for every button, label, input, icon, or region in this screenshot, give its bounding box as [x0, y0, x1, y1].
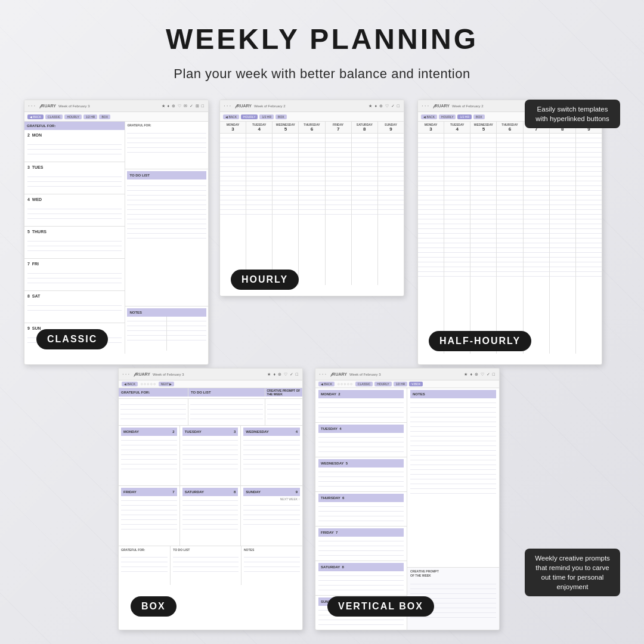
classic-nav-btn-5[interactable]: BOX: [99, 114, 110, 119]
box-creative-content: [265, 399, 302, 425]
classic-week-label: Week of February 3: [58, 104, 90, 108]
classic-notes-header: NOTES: [127, 308, 206, 317]
box-grateful-content: [119, 399, 188, 425]
vbox-day-sat: SATURDAY 8: [315, 561, 407, 596]
vbox-day-fri: FRIDAY 7: [315, 527, 407, 561]
classic-day-wed: 4 WED: [24, 194, 125, 227]
classic-grateful-label: GRATEFUL FOR:: [127, 123, 206, 127]
half-hourly-col-tue: TUESDAY4: [444, 122, 470, 133]
box-todo-header: TO DO LIST: [188, 388, 265, 397]
classic-body: GRATEFUL FOR: 2 MON 3 TUES 4 WED: [24, 122, 208, 354]
classic-dots: ···: [28, 103, 36, 109]
classic-grateful-header: GRATEFUL FOR:: [24, 122, 125, 130]
half-hourly-badge: HALF-HOURLY: [429, 331, 531, 351]
box-top-row: MONDAY 2 TUESDAY 3 WEDNESDAY 4: [119, 426, 302, 486]
vbox-app-label: 𝒻RUARY: [331, 372, 347, 377]
hourly-col-sun: SUNDAY9: [378, 122, 404, 133]
hourly-day-headers: MONDAY3 TUESDAY4 WEDNESDAY5 THURSDAY6 FR…: [220, 122, 404, 134]
box-app-label: 𝒻RUARY: [134, 372, 150, 377]
box-bottom-row: FRIDAY 7 SATURDAY 8 SUNDAY 9 NEXT WEEK ↑: [119, 486, 302, 546]
hourly-nav-btn-1[interactable]: ◀ BACK: [223, 114, 239, 119]
hourly-toolbar: ★ ♦ ⊕ ♡ ✓ □: [369, 104, 400, 109]
box-card: ··· 𝒻RUARY Week of February 3 ★ ♦ ⊕ ♡ ✓ …: [118, 368, 303, 630]
vbox-creative-label: CREATIVE PROMPTOF THE WEEK: [410, 569, 496, 578]
half-hourly-dots: ···: [422, 103, 430, 109]
vbox-dots: ···: [319, 371, 327, 377]
hourly-col-sat: SATURDAY8: [352, 122, 378, 133]
hourly-col-wed: WEDNESDAY5: [273, 122, 299, 133]
box-footer: GRATEFUL FOR: TO DO LIST NOTES: [119, 546, 302, 585]
classic-notes: NOTES: [125, 306, 208, 354]
box-day-tue: TUESDAY 3: [180, 426, 242, 485]
page-wrapper: WEEKLY PLANNING Plan your week with bett…: [0, 0, 644, 644]
hourly-nav-btn-2[interactable]: HOURLY: [241, 114, 258, 119]
box-nav-fwd[interactable]: NEXT ▶: [159, 382, 175, 386]
classic-header-bar: ··· 𝒻RUARY Week of February 3 ★ ♦ ⊕ ♡ ✉ …: [24, 100, 208, 112]
classic-card: ··· 𝒻RUARY Week of February 3 ★ ♦ ⊕ ♡ ✉ …: [24, 100, 209, 365]
half-hourly-col-wed: WEDNESDAY5: [470, 122, 497, 133]
vbox-nav-4[interactable]: V.BOX: [409, 382, 423, 386]
classic-nav-btn-3[interactable]: HOURLY: [64, 114, 81, 119]
box-footer-grateful: GRATEFUL FOR:: [119, 546, 171, 585]
vbox-nav-3[interactable]: 1/2 HR: [394, 382, 408, 386]
vbox-week-label: Week of February 3: [349, 373, 381, 376]
half-hourly-grid: [418, 134, 602, 354]
vbox-nav: ◀ BACK ○ ○ ○ ○ ○ CLASSIC HOURLY 1/2 HR V…: [315, 380, 499, 388]
vbox-day-thu: THURSDAY 6: [315, 492, 407, 527]
hourly-dots: ···: [224, 103, 232, 109]
half-hourly-nav-btn-2[interactable]: HOURLY: [439, 114, 456, 119]
box-toolbar: ★ ♦ ⊕ ♡ ✓ □: [267, 372, 299, 377]
vbox-day-tue: TUESDAY 4: [315, 423, 407, 457]
hourly-grid: [220, 134, 404, 285]
box-header-bar: ··· 𝒻RUARY Week of February 3 ★ ♦ ⊕ ♡ ✓ …: [119, 369, 302, 380]
classic-todo: TO DO LIST: [125, 169, 208, 306]
classic-day-fri: 7 FRI: [24, 259, 125, 291]
vbox-notes: NOTES: [407, 388, 499, 568]
hourly-col-fri: FRIDAY7: [326, 122, 352, 133]
half-hourly-nav-btn-1[interactable]: ◀ BACK: [421, 114, 437, 119]
vertical-box-badge: VERTICAL BOX: [327, 596, 434, 617]
half-hourly-col-mon: MONDAY3: [418, 122, 444, 133]
box-dots: ···: [122, 371, 131, 377]
box-day-sun: SUNDAY 9 NEXT WEEK ↑: [241, 486, 302, 546]
box-nav: ◀ BACK ○ ○ ○ ○ ○ NEXT ▶: [119, 380, 302, 388]
hourly-header-bar: ··· 𝒻RUARY Week of February 2 ★ ♦ ⊕ ♡ ✓ …: [220, 100, 404, 112]
page-subtitle: Plan your week with better balance and i…: [174, 66, 470, 82]
half-hourly-nav-btn-3[interactable]: 1/2 HR: [457, 114, 472, 119]
vbox-toolbar: ★ ♦ ⊕ ♡ ✓ □: [464, 372, 496, 377]
vbox-left: MONDAY 2 TUESDAY 4 WEDNESDAY 5 THURSDAY …: [315, 388, 407, 630]
tooltip-top-right: Easily switch templates with hyperlinked…: [525, 100, 620, 128]
vbox-body: MONDAY 2 TUESDAY 4 WEDNESDAY 5 THURSDAY …: [315, 388, 499, 617]
vbox-nav-back[interactable]: ◀ BACK: [318, 382, 335, 386]
box-badge: BOX: [131, 596, 177, 617]
classic-badge: CLASSIC: [36, 329, 108, 349]
classic-day-tue: 3 TUES: [24, 162, 125, 194]
hourly-nav-btn-3[interactable]: 1/2 HR: [259, 114, 274, 119]
hourly-nav-btn-4[interactable]: BOX: [275, 114, 287, 119]
classic-toolbar: ★ ♦ ⊕ ♡ ✉ ✓ ⊞ □: [162, 104, 205, 109]
hourly-col-mon: MONDAY3: [220, 122, 246, 133]
box-day-mon: MONDAY 2: [119, 426, 180, 485]
classic-right-col: GRATEFUL FOR: TO DO LIST NOTES: [125, 122, 208, 354]
classic-nav-btn-4[interactable]: 1/2 HR: [83, 114, 98, 119]
vbox-nav-2[interactable]: HOURLY: [374, 382, 391, 386]
classic-nav-btn-2[interactable]: CLASSIC: [45, 114, 63, 119]
classic-day-mon: 2 MON: [24, 130, 125, 162]
box-footer-todo: TO DO LIST: [171, 546, 242, 585]
hourly-week-label: Week of February 2: [254, 104, 286, 108]
hourly-card: ··· 𝒻RUARY Week of February 2 ★ ♦ ⊕ ♡ ✓ …: [219, 100, 404, 296]
half-hourly-week-label: Week of February 2: [452, 104, 484, 108]
hourly-col-thu: THURSDAY6: [299, 122, 325, 133]
hourly-nav: ◀ BACK HOURLY 1/2 HR BOX: [220, 112, 404, 122]
box-creative-header: CREATIVE PROMPT OF THE WEEK: [265, 388, 302, 397]
half-hourly-nav-btn-4[interactable]: BOX: [473, 114, 485, 119]
vbox-header-bar: ··· 𝒻RUARY Week of February 3 ★ ♦ ⊕ ♡ ✓ …: [315, 369, 499, 380]
box-footer-notes: NOTES: [242, 546, 302, 585]
planners-area: Easily switch templates with hyperlinked…: [24, 100, 620, 644]
vertical-box-card: ··· 𝒻RUARY Week of February 3 ★ ♦ ⊕ ♡ ✓ …: [315, 368, 500, 630]
vbox-nav-1[interactable]: CLASSIC: [355, 382, 373, 386]
box-nav-back[interactable]: ◀ BACK: [122, 382, 138, 386]
hourly-app-label: 𝒻RUARY: [236, 104, 252, 109]
classic-nav-btn-1[interactable]: ◀ BACK: [27, 114, 44, 119]
box-day-fri: FRIDAY 7: [119, 486, 180, 546]
